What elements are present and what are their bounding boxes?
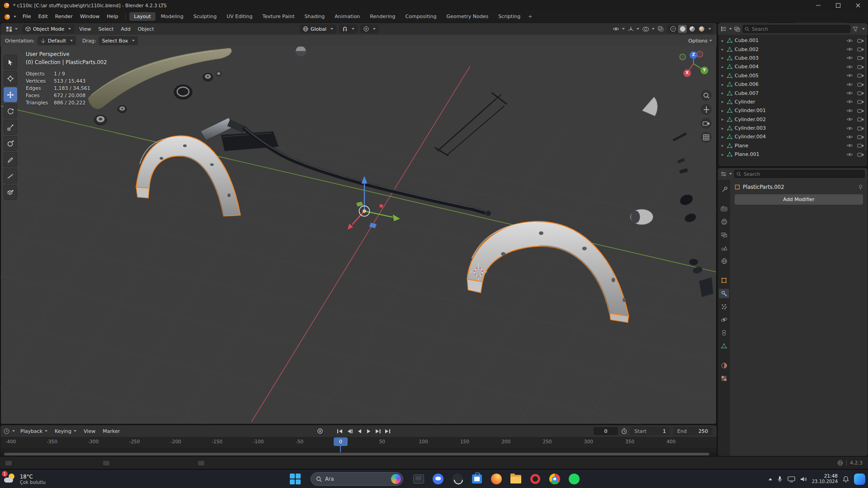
- viewport-menu-item[interactable]: View: [75, 26, 94, 32]
- workspace-tab[interactable]: Rendering: [365, 12, 400, 21]
- transform-orientation-dropdown[interactable]: Global: [300, 24, 336, 33]
- close-button[interactable]: [848, 0, 868, 10]
- hide-viewport-eye-icon[interactable]: [846, 117, 853, 122]
- outliner-row[interactable]: ▸ Cylinder.001: [718, 106, 868, 115]
- hide-viewport-eye-icon[interactable]: [846, 135, 853, 139]
- timeline-track[interactable]: [0, 448, 717, 452]
- tool-transform[interactable]: [4, 136, 17, 151]
- disable-render-camera-icon[interactable]: [857, 56, 864, 60]
- chat-app-icon[interactable]: [431, 472, 445, 486]
- hide-viewport-eye-icon[interactable]: [846, 108, 853, 113]
- tab-output[interactable]: [719, 217, 729, 226]
- next-keyframe-button[interactable]: [375, 429, 381, 434]
- properties-search-input[interactable]: [734, 170, 865, 178]
- hide-viewport-eye-icon[interactable]: [846, 38, 853, 43]
- outliner-row[interactable]: ▸ Plane.001: [718, 150, 868, 159]
- snap-toggle[interactable]: [339, 24, 358, 33]
- tab-object-data[interactable]: [719, 341, 729, 351]
- object-name[interactable]: Cylinder.001: [735, 108, 846, 113]
- expand-chevron-icon[interactable]: ▸: [722, 65, 727, 69]
- hide-viewport-eye-icon[interactable]: [846, 73, 853, 78]
- object-name[interactable]: Plane: [735, 143, 846, 149]
- workspace-tab[interactable]: Texture Paint: [258, 12, 299, 21]
- object-name[interactable]: Cube.007: [735, 90, 846, 96]
- timeline-menu-item[interactable]: Playback: [17, 428, 51, 434]
- timeline-editor[interactable]: PlaybackKeyingViewMarker 0 Start 1: [0, 425, 717, 456]
- viewport-canvas[interactable]: [0, 47, 717, 424]
- object-name[interactable]: Cube.006: [735, 81, 846, 87]
- copilot-icon[interactable]: [854, 474, 865, 485]
- gizmo-y-arrow[interactable]: [393, 215, 400, 221]
- tool-cursor[interactable]: [4, 71, 17, 86]
- outliner-row[interactable]: ▸ Plane: [718, 141, 868, 150]
- expand-chevron-icon[interactable]: ▸: [722, 108, 727, 113]
- mode-dropdown[interactable]: Object Mode: [22, 24, 74, 33]
- disable-render-camera-icon[interactable]: [857, 117, 864, 122]
- xbox-app-icon[interactable]: [450, 472, 465, 486]
- options-dropdown[interactable]: Options: [689, 38, 712, 44]
- tab-modifiers[interactable]: [719, 289, 729, 298]
- hide-viewport-eye-icon[interactable]: [846, 126, 853, 131]
- menu-item[interactable]: Edit: [34, 14, 51, 19]
- file-explorer-icon[interactable]: [509, 472, 523, 486]
- viewport-menu-item[interactable]: Object: [134, 26, 158, 32]
- drag-setting-dropdown[interactable]: Select Box: [99, 36, 138, 45]
- tool-select-box[interactable]: [4, 55, 17, 70]
- gizmo-x-label[interactable]: X: [684, 70, 690, 75]
- proportional-edit-toggle[interactable]: [360, 24, 379, 33]
- timeline-menu-item[interactable]: View: [80, 428, 99, 434]
- active-object-name[interactable]: PlasticParts.002: [743, 184, 784, 190]
- hide-viewport-eye-icon[interactable]: [846, 56, 853, 60]
- move-view-icon[interactable]: [701, 104, 712, 115]
- ortho-grid-icon[interactable]: [701, 132, 712, 143]
- tab-tool[interactable]: [719, 184, 729, 194]
- tab-particles[interactable]: [719, 302, 729, 311]
- outliner-editor[interactable]: ▸ Cube.001 ▸ Cube.002 ▸: [718, 23, 868, 167]
- object-name[interactable]: Cylinder.004: [735, 134, 846, 140]
- viewport-menu-item[interactable]: Select: [94, 26, 117, 32]
- tab-physics[interactable]: [719, 315, 729, 324]
- disable-render-camera-icon[interactable]: [857, 91, 864, 95]
- workspace-tab[interactable]: Animation: [330, 12, 364, 21]
- shading-solid-button[interactable]: [678, 25, 687, 33]
- play-reverse-button[interactable]: [357, 429, 362, 434]
- workspace-tab[interactable]: Geometry Nodes: [442, 12, 493, 21]
- workspace-tab[interactable]: Modeling: [156, 12, 188, 21]
- disable-render-camera-icon[interactable]: [857, 126, 864, 131]
- orientation-setting-dropdown[interactable]: Default: [38, 36, 76, 45]
- tool-move[interactable]: [4, 87, 17, 102]
- object-name[interactable]: Cylinder.002: [735, 117, 846, 122]
- add-workspace-button[interactable]: +: [525, 13, 535, 20]
- jump-to-start-button[interactable]: [337, 429, 343, 434]
- hide-viewport-eye-icon[interactable]: [846, 47, 853, 52]
- outliner-row[interactable]: ▸ Cube.007: [718, 89, 868, 97]
- workspace-tab[interactable]: Scripting: [494, 12, 525, 21]
- minimize-button[interactable]: [808, 0, 828, 10]
- menu-item[interactable]: Window: [76, 14, 103, 19]
- outliner-row[interactable]: ▸ Cube.005: [718, 71, 868, 80]
- disable-render-camera-icon[interactable]: [857, 108, 864, 113]
- outliner-row[interactable]: ▸ Cube.001: [718, 36, 868, 45]
- end-frame-field[interactable]: End 250: [673, 427, 712, 435]
- hide-viewport-eye-icon[interactable]: [846, 91, 853, 95]
- play-button[interactable]: [366, 429, 371, 434]
- tool-annotate[interactable]: [4, 152, 17, 167]
- gizmo-z-label[interactable]: Z: [690, 52, 697, 57]
- expand-chevron-icon[interactable]: ▸: [722, 47, 727, 52]
- disable-render-camera-icon[interactable]: [857, 47, 864, 52]
- navigation-gizmo[interactable]: Z Y X: [676, 47, 711, 81]
- outliner-row[interactable]: ▸ Cube.002: [718, 45, 868, 53]
- expand-chevron-icon[interactable]: ▸: [722, 117, 727, 122]
- outliner-row[interactable]: ▸ Cylinder.004: [718, 132, 868, 141]
- workspace-tab[interactable]: UV Editing: [222, 12, 257, 21]
- disable-render-camera-icon[interactable]: [857, 65, 864, 69]
- hide-viewport-eye-icon[interactable]: [846, 82, 853, 87]
- timeline-editor-type-button[interactable]: [4, 428, 15, 434]
- tab-texture[interactable]: [719, 374, 729, 383]
- current-frame-badge[interactable]: 0: [334, 437, 348, 446]
- 3d-viewport[interactable]: Object Mode ViewSelectAddObject Global: [0, 23, 717, 424]
- stopwatch-icon[interactable]: [621, 428, 627, 434]
- viewport-menu-item[interactable]: Add: [117, 26, 134, 32]
- workspace-tab[interactable]: Shading: [300, 12, 330, 21]
- expand-chevron-icon[interactable]: ▸: [722, 38, 727, 43]
